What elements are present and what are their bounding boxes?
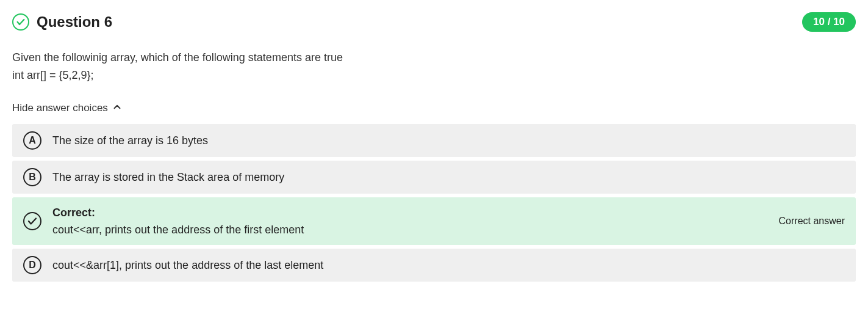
choice-text: The size of the array is 16 bytes xyxy=(52,133,845,148)
choice-letter: B xyxy=(23,168,41,186)
toggle-label: Hide answer choices xyxy=(12,102,108,114)
check-icon xyxy=(23,212,41,230)
prompt-line-1: Given the followinig array, which of the… xyxy=(12,49,856,67)
choice-a[interactable]: A The size of the array is 16 bytes xyxy=(12,124,856,157)
choice-status-label: Correct: xyxy=(52,205,761,221)
question-prompt: Given the followinig array, which of the… xyxy=(12,49,856,84)
choice-b[interactable]: B The array is stored in the Stack area … xyxy=(12,161,856,194)
chevron-up-icon xyxy=(112,101,123,115)
choice-d[interactable]: D cout<<&arr[1], prints out the address … xyxy=(12,249,856,282)
prompt-line-2: int arr[] = {5,2,9}; xyxy=(12,67,856,84)
choice-c[interactable]: Correct: cout<<arr, prints out the addre… xyxy=(12,197,856,245)
choice-body: Correct: cout<<arr, prints out the addre… xyxy=(52,205,761,238)
choice-letter: A xyxy=(23,131,41,150)
question-title: Question 6 xyxy=(37,13,112,31)
choice-letter: D xyxy=(23,256,41,274)
score-badge: 10 / 10 xyxy=(802,12,856,32)
answer-choices: A The size of the array is 16 bytes B Th… xyxy=(12,124,856,282)
choice-text: The array is stored in the Stack area of… xyxy=(52,169,845,185)
check-circle-icon xyxy=(12,13,29,31)
question-header-left: Question 6 xyxy=(12,13,112,31)
toggle-answer-choices[interactable]: Hide answer choices xyxy=(12,101,123,115)
choice-text: cout<<&arr[1], prints out the address of… xyxy=(52,257,845,273)
correct-answer-label: Correct answer xyxy=(772,216,845,227)
choice-text: cout<<arr, prints out the address of the… xyxy=(52,224,304,236)
question-header: Question 6 10 / 10 xyxy=(12,12,856,32)
